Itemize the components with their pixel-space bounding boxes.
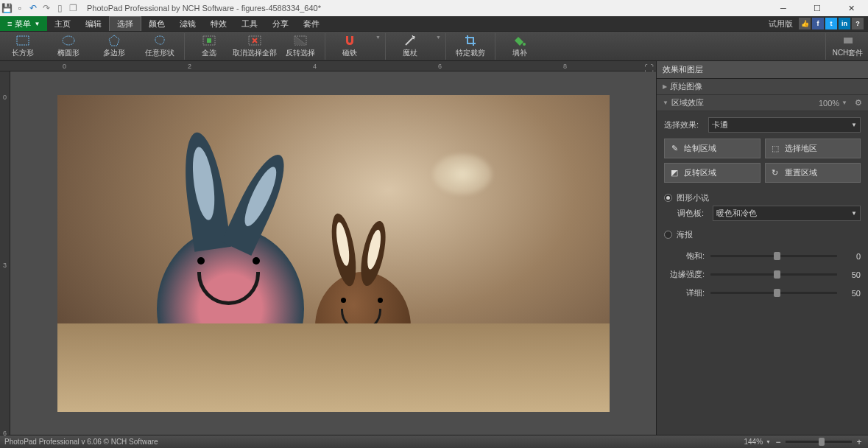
- menu-tab-edit[interactable]: 编辑: [78, 16, 109, 31]
- invert-region-button[interactable]: ◩ 反转区域: [664, 163, 761, 183]
- ellipse-icon: [62, 34, 75, 47]
- wand-dropdown[interactable]: ▼: [433, 35, 444, 40]
- help-icon[interactable]: ?: [852, 18, 864, 29]
- trial-label: 试用版: [769, 18, 793, 29]
- image-canvas[interactable]: [57, 95, 610, 412]
- zoom-dropdown[interactable]: ▼: [766, 439, 771, 444]
- zoom-out-button[interactable]: −: [774, 437, 783, 447]
- ruler-horizontal: 0 2 4 6 8 ⛶: [0, 61, 656, 71]
- chevron-down-icon: ▼: [851, 210, 857, 217]
- minimize-button[interactable]: ─: [766, 0, 800, 16]
- tool-wand[interactable]: 魔杖: [387, 34, 433, 58]
- ribbon-toolbar: 长方形 椭圆形 多边形 任意形状 全选 取消选择全部 反转选择 磁铁 ▼ 魔杖 …: [0, 32, 868, 61]
- ruler-vertical: 0 3 6: [0, 71, 10, 435]
- zoom-in-button[interactable]: +: [855, 437, 864, 447]
- qat-copy-icon[interactable]: ❐: [66, 1, 80, 15]
- tool-select-all[interactable]: 全选: [186, 34, 232, 58]
- invert-icon: [294, 34, 307, 47]
- qat-new-icon[interactable]: ▫: [13, 1, 27, 15]
- slider-detail: 详细: 50: [664, 284, 861, 302]
- select-all-icon: [202, 34, 216, 47]
- wand-icon: [403, 34, 417, 47]
- menu-tab-effect[interactable]: 特效: [203, 16, 234, 31]
- deselect-icon: [248, 34, 261, 47]
- title-bar: 💾 ▫ ↶ ↷ ▯ ❐ PhotoPad Professional by NCH…: [0, 0, 868, 16]
- status-bar: PhotoPad Professional v 6.06 © NCH Softw…: [0, 435, 868, 448]
- qat-undo-icon[interactable]: ↶: [27, 1, 40, 15]
- maximize-button[interactable]: ☐: [800, 0, 834, 16]
- tool-deselect[interactable]: 取消选择全部: [232, 34, 278, 58]
- edge-slider[interactable]: [710, 273, 837, 276]
- detail-slider[interactable]: [710, 292, 837, 294]
- magnet-dropdown[interactable]: ▼: [373, 35, 384, 40]
- svg-point-1: [63, 36, 74, 45]
- panel-title: 效果和图层: [657, 61, 868, 79]
- twitter-icon[interactable]: t: [825, 18, 837, 29]
- rabbit-large: [157, 228, 304, 390]
- canvas-area: 0 2 4 6 8 ⛶ 0 3 6: [0, 61, 656, 435]
- chevron-down-icon[interactable]: ▼: [841, 99, 847, 106]
- linkedin-icon[interactable]: in: [839, 18, 850, 29]
- menu-tab-share[interactable]: 分享: [265, 16, 296, 31]
- menu-tab-filter[interactable]: 滤镜: [172, 16, 203, 31]
- svg-rect-4: [207, 38, 211, 43]
- rectangle-icon: [16, 34, 29, 47]
- menu-tab-kit[interactable]: 套件: [296, 16, 327, 31]
- invert-icon: ◩: [669, 168, 680, 178]
- lasso-icon: [153, 34, 166, 47]
- section-original[interactable]: ▶ 原始图像: [657, 79, 868, 95]
- facebook-icon[interactable]: f: [812, 18, 824, 29]
- menu-bar: ≡ 菜单 ▼ 主页 编辑 选择 颜色 滤镜 特效 工具 分享 套件 试用版 👍 …: [0, 16, 868, 32]
- tool-ellipse[interactable]: 椭圆形: [46, 34, 91, 58]
- tool-invert[interactable]: 反转选择: [278, 34, 323, 58]
- reset-region-button[interactable]: ↻ 重置区域: [765, 163, 861, 183]
- slider-saturation: 饱和: 0: [664, 247, 861, 265]
- slider-edge: 边缘强度: 50: [664, 265, 861, 284]
- tool-lasso[interactable]: 任意形状: [137, 34, 183, 58]
- palette-select[interactable]: 暖色和冷色 ▼: [713, 206, 861, 221]
- effects-panel: 效果和图层 ▶ 原始图像 ▼ 区域效应 100% ▼ ⚙ 选择效果: 卡通 ▼ …: [656, 61, 868, 435]
- tool-crop[interactable]: 特定裁剪: [448, 34, 493, 58]
- tool-rectangle[interactable]: 长方形: [0, 34, 46, 58]
- zoom-value: 144%: [744, 438, 763, 446]
- qat-open-icon[interactable]: ▯: [53, 1, 66, 15]
- menu-tab-color[interactable]: 颜色: [141, 16, 172, 31]
- draw-region-button[interactable]: ✎ 绘制区域: [664, 139, 761, 158]
- radio-graphic-novel[interactable]: 图形小说: [664, 190, 861, 206]
- tool-polygon[interactable]: 多边形: [91, 34, 137, 58]
- tool-magnet[interactable]: 磁铁: [327, 34, 373, 58]
- gear-icon[interactable]: ⚙: [855, 98, 862, 108]
- opacity-value: 100%: [819, 99, 839, 108]
- background-light: [433, 154, 492, 195]
- menu-tab-select[interactable]: 选择: [109, 16, 141, 31]
- close-button[interactable]: ✕: [834, 0, 868, 16]
- crop-icon: [464, 34, 477, 47]
- saturation-slider[interactable]: [710, 255, 837, 257]
- reset-icon: ↻: [770, 168, 780, 178]
- menu-tab-home[interactable]: 主页: [47, 16, 78, 31]
- main-menu-button[interactable]: ≡ 菜单 ▼: [0, 16, 47, 31]
- select-region-button[interactable]: ⬚ 选择地区: [765, 139, 861, 158]
- section-region-effect[interactable]: ▼ 区域效应 100% ▼ ⚙: [657, 95, 868, 111]
- radio-checked-icon: [664, 194, 672, 202]
- qat-save-icon[interactable]: 💾: [0, 1, 13, 15]
- tool-fill[interactable]: 填补: [497, 34, 543, 58]
- canvas-viewport[interactable]: [10, 71, 656, 435]
- rabbit-small: [315, 272, 411, 382]
- zoom-slider[interactable]: [786, 441, 852, 443]
- svg-rect-9: [844, 38, 853, 43]
- polygon-icon: [107, 34, 121, 47]
- svg-marker-2: [109, 35, 119, 46]
- radio-poster[interactable]: 海报: [664, 227, 861, 242]
- nch-suite-button[interactable]: NCH套件: [828, 34, 868, 58]
- svg-point-8: [523, 43, 526, 46]
- choose-effect-label: 选择效果:: [664, 119, 708, 130]
- effect-select[interactable]: 卡通 ▼: [708, 117, 861, 133]
- qat-redo-icon[interactable]: ↷: [40, 1, 53, 15]
- menu-tab-tool[interactable]: 工具: [234, 16, 265, 31]
- expand-arrow-icon: ▶: [663, 83, 667, 90]
- window-title: PhotoPad Professional by NCH Software - …: [87, 4, 321, 13]
- brush-icon: ✎: [669, 144, 680, 154]
- nch-icon: [841, 34, 855, 47]
- like-icon[interactable]: 👍: [799, 18, 811, 29]
